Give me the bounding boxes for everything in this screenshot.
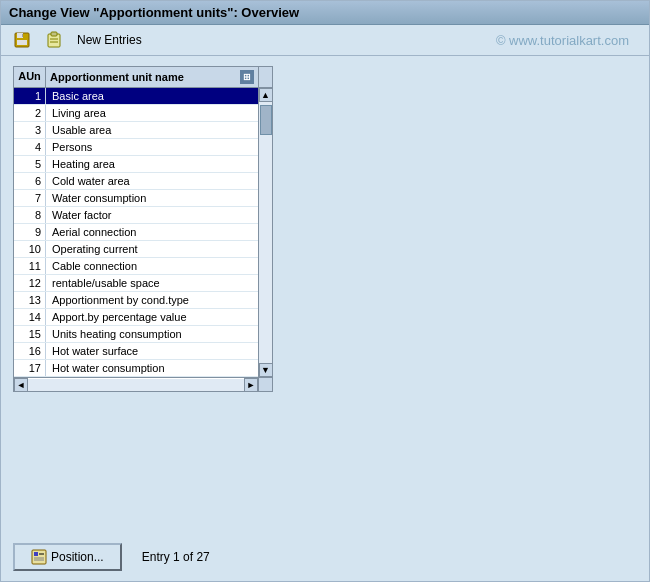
table-rows-container: 1Basic area2Living area3Usable area4Pers…: [14, 88, 258, 377]
col-header-name: Apportionment unit name ⊞: [46, 67, 258, 87]
row-name-cell: Usable area: [46, 122, 258, 138]
table-row[interactable]: 17Hot water consumption: [14, 360, 258, 377]
table-row[interactable]: 7Water consumption: [14, 190, 258, 207]
row-aun-cell: 3: [14, 122, 46, 138]
toolbar: New Entries © www.tutorialkart.com: [1, 25, 649, 56]
svg-rect-3: [22, 34, 23, 37]
vertical-scrollbar[interactable]: ▲ ▼: [258, 88, 272, 377]
row-name-cell: rentable/usable space: [46, 275, 258, 291]
svg-rect-9: [34, 552, 38, 556]
row-name-cell: Basic area: [46, 88, 258, 104]
col-header-aun: AUn: [14, 67, 46, 87]
row-aun-cell: 15: [14, 326, 46, 342]
row-aun-cell: 1: [14, 88, 46, 104]
scroll-left-btn[interactable]: ◄: [14, 378, 28, 392]
row-name-cell: Operating current: [46, 241, 258, 257]
table-row[interactable]: 10Operating current: [14, 241, 258, 258]
table-row[interactable]: 12rentable/usable space: [14, 275, 258, 292]
row-aun-cell: 4: [14, 139, 46, 155]
table-header: AUn Apportionment unit name ⊞: [14, 67, 272, 88]
title-bar: Change View "Apportionment units": Overv…: [1, 1, 649, 25]
row-name-cell: Persons: [46, 139, 258, 155]
toolbar-btn-2[interactable]: [41, 29, 67, 51]
table-row[interactable]: 5Heating area: [14, 156, 258, 173]
table-row[interactable]: 16Hot water surface: [14, 343, 258, 360]
row-aun-cell: 7: [14, 190, 46, 206]
row-name-cell: Heating area: [46, 156, 258, 172]
row-name-cell: Aerial connection: [46, 224, 258, 240]
entry-info: Entry 1 of 27: [142, 550, 210, 564]
table-row[interactable]: 11Cable connection: [14, 258, 258, 275]
scroll-up-btn[interactable]: ▲: [259, 88, 273, 102]
scroll-track: [259, 102, 273, 363]
table-row[interactable]: 3Usable area: [14, 122, 258, 139]
hscroll-track: [28, 379, 244, 391]
position-button[interactable]: Position...: [13, 543, 122, 571]
row-aun-cell: 13: [14, 292, 46, 308]
row-aun-cell: 8: [14, 207, 46, 223]
table-row[interactable]: 14Apport.by percentage value: [14, 309, 258, 326]
new-entries-label: New Entries: [73, 31, 146, 49]
svg-rect-5: [51, 32, 57, 36]
data-table: AUn Apportionment unit name ⊞ 1Basic are…: [13, 66, 273, 392]
row-name-cell: Apportionment by cond.type: [46, 292, 258, 308]
scroll-right-btn[interactable]: ►: [244, 378, 258, 392]
row-aun-cell: 16: [14, 343, 46, 359]
row-name-cell: Cold water area: [46, 173, 258, 189]
row-aun-cell: 14: [14, 309, 46, 325]
clipboard-icon: [45, 31, 63, 49]
row-name-cell: Hot water consumption: [46, 360, 258, 376]
row-name-cell: Living area: [46, 105, 258, 121]
bottom-bar: Position... Entry 1 of 27: [1, 533, 649, 581]
svg-rect-2: [17, 40, 27, 45]
table-row[interactable]: 9Aerial connection: [14, 224, 258, 241]
row-aun-cell: 10: [14, 241, 46, 257]
row-aun-cell: 17: [14, 360, 46, 376]
toolbar-btn-1[interactable]: [9, 29, 35, 51]
table-row[interactable]: 1Basic area: [14, 88, 258, 105]
save-icon: [13, 31, 31, 49]
column-settings-icon[interactable]: ⊞: [240, 70, 254, 84]
window-title: Change View "Apportionment units": Overv…: [9, 5, 299, 20]
main-content: AUn Apportionment unit name ⊞ 1Basic are…: [1, 56, 649, 533]
row-aun-cell: 11: [14, 258, 46, 274]
scroll-down-btn[interactable]: ▼: [259, 363, 273, 377]
watermark: © www.tutorialkart.com: [496, 33, 629, 48]
row-name-cell: Water factor: [46, 207, 258, 223]
table-body: 1Basic area2Living area3Usable area4Pers…: [14, 88, 272, 377]
horizontal-scrollbar[interactable]: ◄ ►: [14, 377, 272, 391]
row-aun-cell: 2: [14, 105, 46, 121]
main-window: Change View "Apportionment units": Overv…: [0, 0, 650, 582]
row-aun-cell: 12: [14, 275, 46, 291]
table-row[interactable]: 13Apportionment by cond.type: [14, 292, 258, 309]
scroll-thumb[interactable]: [260, 105, 272, 135]
table-row[interactable]: 15Units heating consumption: [14, 326, 258, 343]
row-name-cell: Hot water surface: [46, 343, 258, 359]
row-aun-cell: 6: [14, 173, 46, 189]
row-name-cell: Apport.by percentage value: [46, 309, 258, 325]
table-row[interactable]: 4Persons: [14, 139, 258, 156]
row-aun-cell: 5: [14, 156, 46, 172]
row-name-cell: Cable connection: [46, 258, 258, 274]
table-row[interactable]: 6Cold water area: [14, 173, 258, 190]
row-name-cell: Water consumption: [46, 190, 258, 206]
position-icon: [31, 549, 47, 565]
row-name-cell: Units heating consumption: [46, 326, 258, 342]
table-row[interactable]: 2Living area: [14, 105, 258, 122]
row-aun-cell: 9: [14, 224, 46, 240]
position-btn-label: Position...: [51, 550, 104, 564]
table-row[interactable]: 8Water factor: [14, 207, 258, 224]
